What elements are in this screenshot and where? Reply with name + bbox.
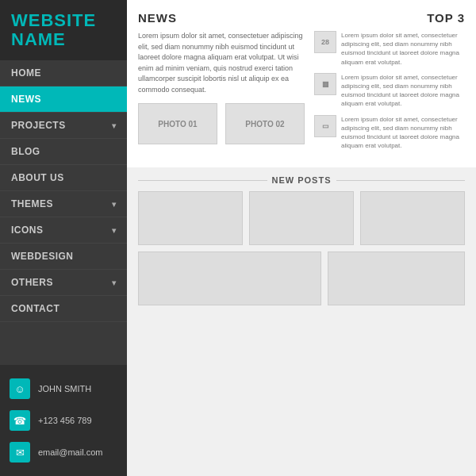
sidebar-item-icons[interactable]: ICONS▾ [0,217,127,244]
post-box-2 [249,191,354,245]
sidebar-item-blog[interactable]: BLOG [0,139,127,165]
nav-label: NEWS [11,94,41,105]
top3-item: 28Lorem ipsum dolor sit amet, consectetu… [314,31,465,67]
photo-box-1: PHOTO 01 [138,103,217,144]
chevron-down-icon: ▾ [112,121,117,130]
sidebar-item-projects[interactable]: PROJECTS▾ [0,113,127,139]
chevron-down-icon: ▾ [112,226,117,235]
phone-icon: ☎ [10,410,30,431]
email-icon: ✉ [10,442,30,463]
sidebar-item-themes[interactable]: THEMES▾ [0,191,127,217]
sidebar-item-home[interactable]: HOME [0,60,127,86]
sidebar-item-contact[interactable]: CONTACT [0,296,127,322]
sidebar-item-about-us[interactable]: ABOUT US [0,165,127,191]
new-posts-label: NEW POSTS [272,175,332,185]
profile-name: JOHN SMITH [38,384,91,393]
top-section: NEWS Lorem ipsum dolor sit amet, consect… [127,0,476,167]
top3-item-icon: 28 [314,31,336,53]
nav-label: OTHERS [11,277,53,288]
logo-line1: WEBSITE [11,10,96,30]
photo-box-2: PHOTO 02 [225,103,305,144]
logo-text: WEBSITE NAME [11,11,116,49]
user-icon: ☺ [10,378,30,399]
main-content: NEWS Lorem ipsum dolor sit amet, consect… [127,0,476,476]
logo-area: WEBSITE NAME [0,0,127,60]
top3-item-text: Lorem ipsum dolor sit amet, consectetuer… [341,31,465,67]
new-posts-section: NEW POSTS [127,167,476,313]
sidebar-item-others[interactable]: OTHERS▾ [0,270,127,296]
nav-label: WEBDESIGN [11,251,74,262]
post-box-1 [138,191,243,245]
posts-row-top [138,191,465,245]
top3-item-icon: ▭ [314,115,336,137]
sidebar-item-news[interactable]: NEWS [0,86,127,113]
nav-menu: HOMENEWSPROJECTS▾BLOGABOUT USTHEMES▾ICON… [0,60,127,365]
top3-item-text: Lorem ipsum dolor sit amet, consectetuer… [341,73,465,109]
profile-email-row: ✉ email@mail.com [0,436,127,468]
profile-phone-row: ☎ +123 456 789 [0,405,127,436]
news-body: Lorem ipsum dolor sit amet, consectetuer… [138,31,305,95]
top3-item-icon: ▦ [314,73,336,95]
new-posts-header: NEW POSTS [138,175,465,185]
top3-item: ▦Lorem ipsum dolor sit amet, consectetue… [314,73,465,109]
profile-name-row: ☺ JOHN SMITH [0,373,127,405]
divider-right [336,180,466,181]
post-box-4 [138,251,321,305]
nav-label: THEMES [11,198,53,209]
top3-item: ▭Lorem ipsum dolor sit amet, consectetue… [314,115,465,151]
divider-left [138,180,267,181]
top3-items: 28Lorem ipsum dolor sit amet, consectetu… [314,31,465,150]
top3-column: TOP 3 28Lorem ipsum dolor sit amet, cons… [314,11,465,156]
nav-label: PROJECTS [11,120,66,131]
news-column: NEWS Lorem ipsum dolor sit amet, consect… [138,11,305,156]
nav-label: BLOG [11,146,40,157]
nav-label: ABOUT US [11,172,64,183]
chevron-down-icon: ▾ [112,278,117,287]
nav-label: ICONS [11,225,44,236]
post-box-3 [360,191,465,245]
top3-item-text: Lorem ipsum dolor sit amet, consectetuer… [341,115,465,151]
logo-line2: NAME [11,29,66,49]
nav-label: HOME [11,67,41,79]
top3-title: TOP 3 [314,11,465,25]
news-title: NEWS [138,11,305,25]
sidebar: WEBSITE NAME HOMENEWSPROJECTS▾BLOGABOUT … [0,0,127,476]
nav-label: CONTACT [11,303,60,314]
profile-phone: +123 456 789 [38,416,92,425]
photo-row: PHOTO 01 PHOTO 02 [138,103,305,144]
profile-email: email@mail.com [38,447,102,457]
sidebar-item-webdesign[interactable]: WEBDESIGN [0,244,127,270]
posts-row-bottom [138,251,465,305]
post-box-5 [328,251,465,305]
profile-section: ☺ JOHN SMITH ☎ +123 456 789 ✉ email@mail… [0,365,127,476]
chevron-down-icon: ▾ [112,200,117,209]
